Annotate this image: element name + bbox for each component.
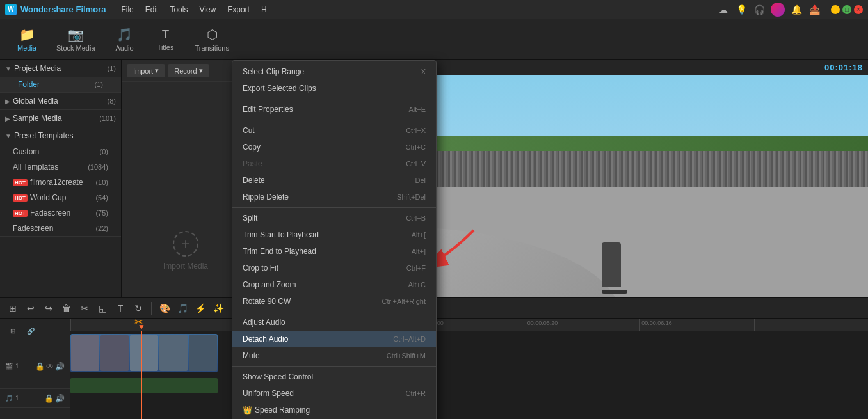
avatar[interactable]: [771, 3, 785, 17]
ctx-show-speed-control[interactable]: Show Speed Control: [232, 368, 436, 385]
ctx-speed-ramping[interactable]: 👑 Speed Ramping: [232, 402, 436, 418]
toolbar-transitions-label: Transitions: [195, 44, 229, 52]
lock-icon[interactable]: 🔒: [35, 362, 45, 371]
ctx-rotate-90cw[interactable]: Rotate 90 CW Ctrl+Alt+Right: [232, 293, 436, 310]
ctx-export-label: Export Selected Clips: [243, 84, 316, 93]
waveform-line: [70, 386, 218, 386]
upload-icon[interactable]: 📤: [808, 3, 821, 16]
ctx-export-selected-clips[interactable]: Export Selected Clips: [232, 80, 436, 97]
section-global-media: ▶ Global Media (8): [0, 93, 121, 110]
ctx-ripple-delete[interactable]: Ripple Delete Shift+Del: [232, 189, 436, 205]
ctx-trim-start-label: Trim Start to Playhead: [243, 230, 319, 239]
record-button[interactable]: Record ▾: [168, 64, 209, 77]
maximize-button[interactable]: □: [842, 5, 851, 14]
import-dropdown-icon[interactable]: ▾: [155, 67, 159, 75]
undo-button[interactable]: ↩: [23, 301, 38, 316]
audio-speaker-icon[interactable]: 🔊: [55, 394, 65, 403]
add-media-icon[interactable]: +: [173, 231, 198, 257]
custom-label: Custom: [13, 147, 39, 156]
ctx-uniform-speed-shortcut: Ctrl+R: [406, 390, 426, 397]
toolbar-transitions[interactable]: ⬡ Transitions: [188, 23, 237, 56]
menu-view[interactable]: View: [194, 3, 221, 17]
ctx-detach-audio[interactable]: Detach Audio Ctrl+Alt+D: [232, 331, 436, 347]
crown-icon: 👑: [243, 406, 252, 415]
media-icon: 📁: [19, 27, 35, 42]
ctx-edit-properties[interactable]: Edit Properties Alt+E: [232, 101, 436, 118]
menu-edit[interactable]: Edit: [140, 3, 164, 17]
audio-btn[interactable]: 🎵: [175, 301, 190, 316]
link-icon[interactable]: 🔗: [23, 324, 38, 339]
minimize-button[interactable]: –: [831, 5, 840, 14]
ctx-uniform-speed[interactable]: Uniform Speed Ctrl+R: [232, 385, 436, 402]
headset-icon[interactable]: 🎧: [753, 3, 766, 16]
add-track-icon[interactable]: ⊞: [5, 324, 20, 339]
sidebar-item-christmas[interactable]: HOT World Cup (54): [0, 190, 121, 205]
video-clip[interactable]: [70, 334, 218, 372]
ctx-crop-to-fit-label: Crop to Fit: [243, 264, 278, 273]
bell-icon[interactable]: 🔔: [790, 3, 803, 16]
sample-media-label: Sample Media: [13, 114, 62, 123]
ctx-select-clip-range[interactable]: Select Clip Range X: [232, 63, 436, 80]
toolbar-titles[interactable]: T Titles: [147, 24, 185, 55]
folder-item[interactable]: Folder (1): [0, 77, 121, 92]
thumb-4: [159, 335, 188, 371]
sidebar-item-custom[interactable]: Custom (0): [0, 144, 121, 159]
speed-button[interactable]: ⚡: [193, 301, 208, 316]
toolbar-media[interactable]: 📁 Media: [8, 23, 46, 56]
close-button[interactable]: ×: [854, 5, 863, 14]
toolbar-stock-media[interactable]: 📷 Stock Media: [49, 23, 103, 56]
global-media-header[interactable]: ▶ Global Media (8): [0, 93, 121, 109]
sidebar-item-all-templates[interactable]: All Templates (1084): [0, 159, 121, 175]
split-button[interactable]: ✂: [77, 301, 92, 316]
text-button[interactable]: T: [113, 301, 128, 316]
ctx-split[interactable]: Split Ctrl+B: [232, 210, 436, 226]
toolbar-audio[interactable]: 🎵 Audio: [106, 23, 144, 56]
ctx-mute[interactable]: Mute Ctrl+Shift+M: [232, 347, 436, 364]
audio-lock-icon[interactable]: 🔒: [44, 394, 54, 403]
ctx-crop-to-fit[interactable]: Crop to Fit Ctrl+F: [232, 260, 436, 276]
ctx-rotate-shortcut: Ctrl+Alt+Right: [382, 297, 426, 305]
sidebar-item-filmora12create[interactable]: HOT filmora12create (10): [0, 175, 121, 190]
context-menu: Select Clip Range X Export Selected Clip…: [232, 60, 437, 419]
menu-export[interactable]: Export: [222, 3, 255, 17]
speaker-icon[interactable]: 🔊: [55, 362, 65, 371]
menu-tools[interactable]: Tools: [165, 3, 193, 17]
ctx-divider-1: [232, 99, 436, 99]
crop-button[interactable]: ◱: [95, 301, 110, 316]
ctx-delete[interactable]: Delete Del: [232, 172, 436, 189]
ctx-edit-props-label: Edit Properties: [243, 105, 293, 114]
ctx-ripple-delete-shortcut: Shift+Del: [397, 193, 426, 201]
project-media-label: Project Media: [14, 64, 61, 73]
menu-file[interactable]: File: [116, 3, 138, 17]
sidebar-item-fadescreen[interactable]: Fadescreen (22): [0, 221, 121, 236]
redo-button[interactable]: ↪: [41, 301, 56, 316]
ctx-trim-end[interactable]: Trim End to Playhead Alt+]: [232, 243, 436, 260]
sample-media-header[interactable]: ▶ Sample Media (101): [0, 110, 121, 127]
ctx-crop-and-zoom[interactable]: Crop and Zoom Alt+C: [232, 276, 436, 293]
ctx-adjust-audio[interactable]: Adjust Audio: [232, 314, 436, 331]
sidebar-item-world-cup[interactable]: HOT Fadescreen (75): [0, 205, 121, 221]
cloud-icon[interactable]: ☁: [717, 3, 730, 16]
sun-icon[interactable]: 💡: [735, 3, 748, 16]
ctx-trim-start[interactable]: Trim Start to Playhead Alt+[: [232, 226, 436, 243]
audio-icon: 🎵: [117, 27, 133, 42]
ctx-copy[interactable]: Copy Ctrl+C: [232, 139, 436, 155]
effects-button[interactable]: ✨: [211, 301, 226, 316]
record-dropdown-icon[interactable]: ▾: [199, 67, 203, 75]
import-button[interactable]: Import ▾: [127, 64, 165, 77]
preset-templates-header[interactable]: ▼ Preset Templates: [0, 127, 121, 144]
audio-track-controls: 🔒 🔊: [44, 394, 65, 403]
ctx-edit-props-shortcut: Alt+E: [408, 106, 426, 113]
delete-clip-button[interactable]: 🗑: [59, 301, 74, 316]
color-button[interactable]: 🎨: [157, 301, 172, 316]
hot-badge-worldcup: HOT: [13, 210, 28, 217]
ctx-copy-shortcut: Ctrl+C: [406, 143, 426, 151]
eye-icon[interactable]: 👁: [46, 362, 54, 371]
ctx-detach-audio-shortcut: Ctrl+Alt+D: [393, 335, 426, 343]
ctx-cut[interactable]: Cut Ctrl+X: [232, 122, 436, 139]
ruler-mark-5: [754, 319, 868, 331]
menu-help[interactable]: H: [256, 3, 272, 17]
rotate-button[interactable]: ↻: [131, 301, 146, 316]
add-track-button[interactable]: ⊞: [5, 301, 20, 316]
project-media-header[interactable]: ▼ Project Media (1): [0, 60, 121, 77]
